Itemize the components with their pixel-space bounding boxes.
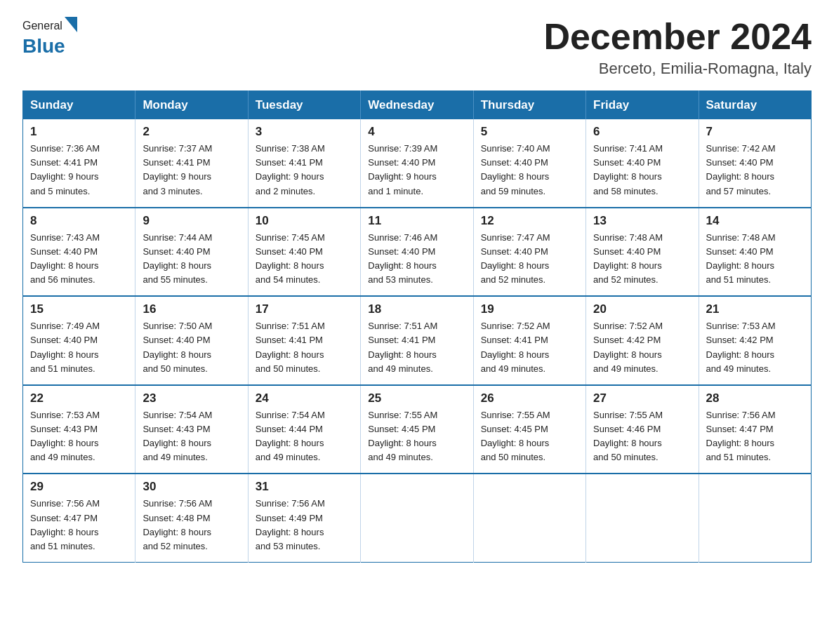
day-number: 19: [481, 302, 578, 316]
day-number: 9: [143, 214, 240, 228]
month-title: December 2024: [543, 17, 812, 57]
day-info: Sunrise: 7:56 AMSunset: 4:48 PMDaylight:…: [143, 497, 240, 554]
table-row: 19Sunrise: 7:52 AMSunset: 4:41 PMDayligh…: [473, 296, 585, 385]
day-number: 22: [30, 391, 128, 405]
day-info: Sunrise: 7:48 AMSunset: 4:40 PMDaylight:…: [706, 231, 804, 288]
table-row: 14Sunrise: 7:48 AMSunset: 4:40 PMDayligh…: [699, 208, 811, 297]
day-number: 25: [368, 391, 465, 405]
logo: General Blue: [22, 17, 77, 58]
day-info: Sunrise: 7:53 AMSunset: 4:42 PMDaylight:…: [706, 319, 804, 376]
day-info: Sunrise: 7:51 AMSunset: 4:41 PMDaylight:…: [256, 319, 353, 376]
table-row: [586, 474, 699, 562]
calendar-week-row: 1Sunrise: 7:36 AMSunset: 4:41 PMDaylight…: [23, 119, 812, 208]
table-row: 1Sunrise: 7:36 AMSunset: 4:41 PMDaylight…: [23, 119, 135, 208]
day-number: 20: [593, 302, 691, 316]
col-wednesday: Wednesday: [361, 91, 473, 120]
day-info: Sunrise: 7:47 AMSunset: 4:40 PMDaylight:…: [481, 231, 578, 288]
day-number: 31: [256, 480, 353, 494]
day-info: Sunrise: 7:55 AMSunset: 4:45 PMDaylight:…: [481, 408, 578, 465]
day-number: 26: [481, 391, 578, 405]
day-info: Sunrise: 7:50 AMSunset: 4:40 PMDaylight:…: [143, 319, 240, 376]
table-row: 15Sunrise: 7:49 AMSunset: 4:40 PMDayligh…: [23, 296, 135, 385]
table-row: 17Sunrise: 7:51 AMSunset: 4:41 PMDayligh…: [248, 296, 360, 385]
day-number: 12: [481, 214, 578, 228]
title-area: December 2024 Berceto, Emilia-Romagna, I…: [543, 17, 812, 78]
day-info: Sunrise: 7:44 AMSunset: 4:40 PMDaylight:…: [143, 231, 240, 288]
day-info: Sunrise: 7:37 AMSunset: 4:41 PMDaylight:…: [143, 142, 240, 199]
table-row: 5Sunrise: 7:40 AMSunset: 4:40 PMDaylight…: [473, 119, 585, 208]
day-info: Sunrise: 7:56 AMSunset: 4:47 PMDaylight:…: [30, 497, 128, 554]
day-number: 1: [30, 125, 128, 139]
col-thursday: Thursday: [473, 91, 585, 120]
day-number: 8: [30, 214, 128, 228]
day-number: 14: [706, 214, 804, 228]
table-row: 31Sunrise: 7:56 AMSunset: 4:49 PMDayligh…: [248, 474, 360, 562]
table-row: 7Sunrise: 7:42 AMSunset: 4:40 PMDaylight…: [699, 119, 811, 208]
day-number: 24: [256, 391, 353, 405]
logo-arrow-icon: [65, 17, 77, 32]
col-sunday: Sunday: [23, 91, 135, 120]
calendar-week-row: 29Sunrise: 7:56 AMSunset: 4:47 PMDayligh…: [23, 474, 812, 562]
logo-general-text: General: [22, 20, 62, 32]
table-row: 11Sunrise: 7:46 AMSunset: 4:40 PMDayligh…: [361, 208, 473, 297]
table-row: 29Sunrise: 7:56 AMSunset: 4:47 PMDayligh…: [23, 474, 135, 562]
table-row: 2Sunrise: 7:37 AMSunset: 4:41 PMDaylight…: [135, 119, 248, 208]
table-row: 16Sunrise: 7:50 AMSunset: 4:40 PMDayligh…: [135, 296, 248, 385]
day-number: 3: [256, 125, 353, 139]
day-info: Sunrise: 7:36 AMSunset: 4:41 PMDaylight:…: [30, 142, 128, 199]
day-info: Sunrise: 7:56 AMSunset: 4:47 PMDaylight:…: [706, 408, 804, 465]
day-info: Sunrise: 7:43 AMSunset: 4:40 PMDaylight:…: [30, 231, 128, 288]
table-row: 21Sunrise: 7:53 AMSunset: 4:42 PMDayligh…: [699, 296, 811, 385]
table-row: 30Sunrise: 7:56 AMSunset: 4:48 PMDayligh…: [135, 474, 248, 562]
day-number: 29: [30, 480, 128, 494]
day-number: 6: [593, 125, 691, 139]
day-info: Sunrise: 7:55 AMSunset: 4:46 PMDaylight:…: [593, 408, 691, 465]
col-friday: Friday: [586, 91, 699, 120]
day-info: Sunrise: 7:46 AMSunset: 4:40 PMDaylight:…: [368, 231, 465, 288]
day-info: Sunrise: 7:45 AMSunset: 4:40 PMDaylight:…: [256, 231, 353, 288]
day-number: 30: [143, 480, 240, 494]
day-info: Sunrise: 7:51 AMSunset: 4:41 PMDaylight:…: [368, 319, 465, 376]
day-number: 5: [481, 125, 578, 139]
day-number: 7: [706, 125, 804, 139]
day-number: 13: [593, 214, 691, 228]
calendar-week-row: 15Sunrise: 7:49 AMSunset: 4:40 PMDayligh…: [23, 296, 812, 385]
table-row: [361, 474, 473, 562]
table-row: 24Sunrise: 7:54 AMSunset: 4:44 PMDayligh…: [248, 385, 360, 474]
table-row: 6Sunrise: 7:41 AMSunset: 4:40 PMDaylight…: [586, 119, 699, 208]
day-info: Sunrise: 7:56 AMSunset: 4:49 PMDaylight:…: [256, 497, 353, 554]
calendar-body: 1Sunrise: 7:36 AMSunset: 4:41 PMDaylight…: [23, 119, 812, 562]
col-monday: Monday: [135, 91, 248, 120]
day-number: 17: [256, 302, 353, 316]
day-info: Sunrise: 7:49 AMSunset: 4:40 PMDaylight:…: [30, 319, 128, 376]
day-number: 10: [256, 214, 353, 228]
table-row: 22Sunrise: 7:53 AMSunset: 4:43 PMDayligh…: [23, 385, 135, 474]
table-row: 18Sunrise: 7:51 AMSunset: 4:41 PMDayligh…: [361, 296, 473, 385]
table-row: [473, 474, 585, 562]
calendar-table: Sunday Monday Tuesday Wednesday Thursday…: [22, 90, 812, 563]
day-info: Sunrise: 7:42 AMSunset: 4:40 PMDaylight:…: [706, 142, 804, 199]
table-row: 12Sunrise: 7:47 AMSunset: 4:40 PMDayligh…: [473, 208, 585, 297]
table-row: 3Sunrise: 7:38 AMSunset: 4:41 PMDaylight…: [248, 119, 360, 208]
table-row: 9Sunrise: 7:44 AMSunset: 4:40 PMDaylight…: [135, 208, 248, 297]
day-number: 21: [706, 302, 804, 316]
day-number: 11: [368, 214, 465, 228]
logo-blue-text: Blue: [22, 35, 65, 57]
day-number: 4: [368, 125, 465, 139]
svg-marker-0: [65, 17, 77, 32]
table-row: 28Sunrise: 7:56 AMSunset: 4:47 PMDayligh…: [699, 385, 811, 474]
col-tuesday: Tuesday: [248, 91, 360, 120]
day-info: Sunrise: 7:38 AMSunset: 4:41 PMDaylight:…: [256, 142, 353, 199]
day-info: Sunrise: 7:52 AMSunset: 4:41 PMDaylight:…: [481, 319, 578, 376]
day-number: 15: [30, 302, 128, 316]
table-row: 10Sunrise: 7:45 AMSunset: 4:40 PMDayligh…: [248, 208, 360, 297]
calendar-week-row: 22Sunrise: 7:53 AMSunset: 4:43 PMDayligh…: [23, 385, 812, 474]
day-info: Sunrise: 7:40 AMSunset: 4:40 PMDaylight:…: [481, 142, 578, 199]
day-number: 23: [143, 391, 240, 405]
day-info: Sunrise: 7:52 AMSunset: 4:42 PMDaylight:…: [593, 319, 691, 376]
table-row: 4Sunrise: 7:39 AMSunset: 4:40 PMDaylight…: [361, 119, 473, 208]
day-info: Sunrise: 7:54 AMSunset: 4:43 PMDaylight:…: [143, 408, 240, 465]
table-row: 8Sunrise: 7:43 AMSunset: 4:40 PMDaylight…: [23, 208, 135, 297]
day-info: Sunrise: 7:39 AMSunset: 4:40 PMDaylight:…: [368, 142, 465, 199]
day-number: 2: [143, 125, 240, 139]
